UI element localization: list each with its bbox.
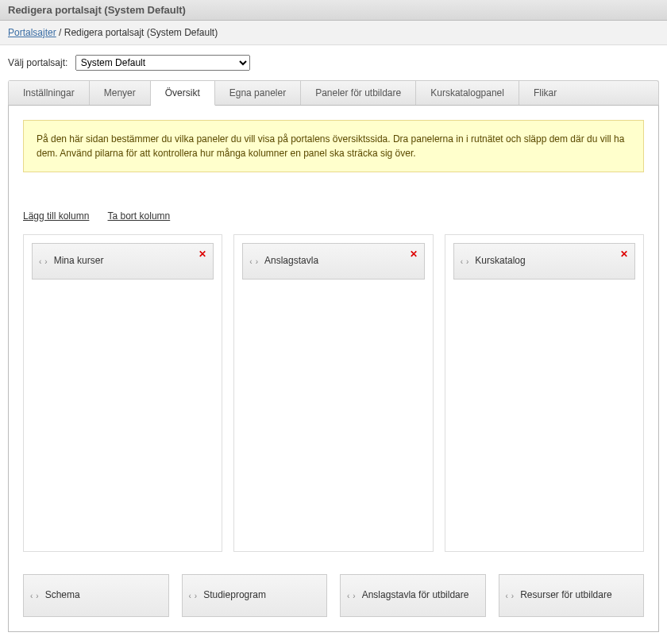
shrink-left-icon[interactable]: ‹ [30,592,33,600]
close-icon[interactable]: ✕ [620,249,628,260]
grid-column[interactable]: ‹ › Mina kurser ✕ [23,234,222,552]
breadcrumb: Portalsajter / Redigera portalsajt (Syst… [0,21,667,45]
panel-label: Studieprogram [203,589,320,602]
remove-column-link[interactable]: Ta bort kolumn [108,210,171,222]
shrink-left-icon[interactable]: ‹ [189,592,191,600]
site-selector-row: Välj portalsajt: System Default [0,45,667,80]
tab-kurskatalogpanel[interactable]: Kurskatalogpanel [416,81,519,105]
shrink-left-icon[interactable]: ‹ [347,592,349,600]
add-column-link[interactable]: Lägg till kolumn [23,210,89,222]
expand-right-icon[interactable]: › [256,257,258,266]
page-title: Redigera portalsajt (System Default) [8,4,186,16]
close-icon[interactable]: ✕ [199,249,206,260]
panel-label: Resurser för utbildare [520,589,637,602]
panel-studieprogram[interactable]: ‹ › Studieprogram [182,574,328,617]
available-panels: ‹ › Schema ‹ › Studieprogram ‹ › Anslags… [23,574,644,617]
tab-installningar[interactable]: Inställningar [9,81,90,105]
site-selector[interactable]: System Default [75,55,250,71]
panel-anslagstavla-utbildare[interactable]: ‹ › Anslagstavla för utbildare [340,574,486,617]
expand-right-icon[interactable]: › [36,592,38,600]
page-header: Redigera portalsajt (System Default) [0,0,667,21]
expand-right-icon[interactable]: › [353,592,355,600]
tab-paneler-utbildare[interactable]: Paneler för utbildare [301,81,416,105]
grid-column[interactable]: ‹ › Anslagstavla ✕ [233,234,433,552]
breadcrumb-link-portalsajter[interactable]: Portalsajter [8,27,56,38]
tabs: Inställningar Menyer Översikt Egna panel… [8,80,659,106]
tab-flikar[interactable]: Flikar [519,81,571,105]
shrink-left-icon[interactable]: ‹ [249,257,252,266]
expand-right-icon[interactable]: › [195,592,197,600]
breadcrumb-sep: / [59,27,61,38]
expand-right-icon[interactable]: › [466,257,468,266]
tab-egna-paneler[interactable]: Egna paneler [215,81,301,105]
help-text: På den här sidan bestämmer du vilka pane… [23,120,644,172]
shrink-left-icon[interactable]: ‹ [461,257,463,266]
expand-right-icon[interactable]: › [511,592,514,600]
breadcrumb-current: Redigera portalsajt (System Default) [64,27,218,38]
tab-content: På den här sidan bestämmer du vilka pane… [8,106,659,632]
panel-label: Kurskatalog [475,255,628,268]
tab-oversikt[interactable]: Översikt [151,81,215,106]
panel-schema[interactable]: ‹ › Schema [23,574,169,617]
expand-right-icon[interactable]: › [44,257,47,266]
shrink-left-icon[interactable]: ‹ [506,592,508,600]
panel-mina-kurser[interactable]: ‹ › Mina kurser ✕ [32,243,214,280]
panel-grid: ‹ › Mina kurser ✕ ‹ › Anslagstavla ✕ [23,234,644,552]
panel-label: Anslagstavla [264,255,418,268]
grid-column[interactable]: ‹ › Kurskatalog ✕ [445,234,644,552]
close-icon[interactable]: ✕ [410,249,418,260]
panel-kurskatalog[interactable]: ‹ › Kurskatalog ✕ [453,243,635,280]
panel-label: Mina kurser [54,255,207,268]
column-actions: Lägg till kolumn Ta bort kolumn [23,210,644,222]
shrink-left-icon[interactable]: ‹ [39,257,41,266]
panel-label: Anslagstavla för utbildare [362,589,479,602]
panel-anslagstavla[interactable]: ‹ › Anslagstavla ✕ [242,243,424,280]
panel-resurser-utbildare[interactable]: ‹ › Resurser för utbildare [499,574,645,617]
panel-label: Schema [45,589,162,602]
tab-menyer[interactable]: Menyer [90,81,151,105]
site-selector-label: Välj portalsajt: [8,57,67,68]
